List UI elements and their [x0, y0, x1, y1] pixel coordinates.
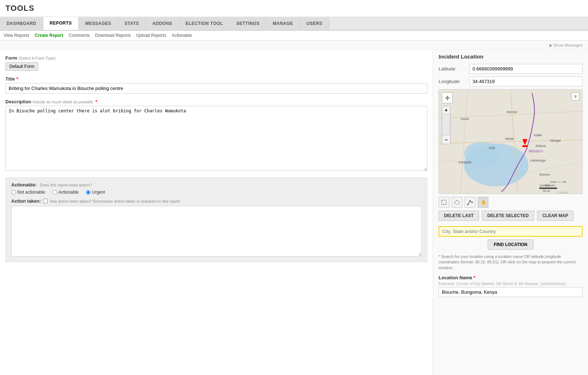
- svg-point-29: [467, 204, 469, 205]
- sub-nav: View Reports Create Report Comments Down…: [0, 31, 588, 40]
- radio-not-actionable[interactable]: [11, 190, 16, 195]
- show-messages-link[interactable]: ▶ Show Messages: [549, 43, 583, 48]
- actionable-radio-group: Not actionable Actionable Urgent: [11, 190, 422, 195]
- map-svg: Western Kampala Mbale Kitale Jinja Eldor…: [439, 90, 582, 194]
- page-title: TOOLS: [5, 4, 583, 13]
- svg-text:Kisumu: Kisumu: [539, 173, 550, 176]
- svg-text:100 km: 100 km: [539, 184, 549, 187]
- form-select-button[interactable]: Default Form: [5, 62, 38, 71]
- svg-text:Central: Central: [557, 191, 568, 194]
- find-location-button[interactable]: FIND LOCATION: [488, 240, 533, 250]
- radio-not-actionable-label[interactable]: Not actionable: [11, 190, 45, 195]
- latitude-row: Latitude:: [439, 64, 583, 74]
- map-tool-hand[interactable]: ✋: [478, 197, 488, 208]
- map-container[interactable]: Western Kampala Mbale Kitale Jinja Eldor…: [439, 89, 583, 194]
- longitude-row: Longitude:: [439, 77, 583, 86]
- svg-text:Marigat: Marigat: [550, 139, 561, 142]
- map-tools-row: ✋: [439, 197, 583, 208]
- location-name-input[interactable]: [439, 287, 583, 297]
- map-layers-button[interactable]: ≡: [571, 92, 579, 100]
- map-tool-polygon[interactable]: [452, 197, 462, 208]
- svg-rect-22: [539, 188, 557, 189]
- description-required: *: [95, 99, 97, 104]
- svg-rect-26: [522, 145, 527, 147]
- longitude-input[interactable]: [469, 77, 583, 86]
- subnav-comments[interactable]: Comments: [69, 33, 90, 38]
- longitude-label: Longitude:: [439, 79, 466, 84]
- show-messages-label: Show Messages: [553, 43, 583, 47]
- nav-reports[interactable]: REPORTS: [43, 17, 79, 30]
- title-input[interactable]: [5, 83, 427, 94]
- nav-dashboard[interactable]: DASHBOARD: [0, 17, 43, 30]
- latitude-input[interactable]: [469, 64, 583, 74]
- svg-text:Western: Western: [528, 149, 543, 153]
- clear-map-button[interactable]: CLEAR MAP: [537, 211, 574, 221]
- svg-point-31: [471, 202, 473, 203]
- svg-point-30: [469, 200, 471, 202]
- left-panel: Form (Select A Form Type) Default Form T…: [0, 50, 433, 375]
- actionable-subtitle: Does this report need action?: [40, 183, 92, 187]
- svg-text:✋: ✋: [481, 199, 486, 205]
- nav-manage[interactable]: MANAGE: [266, 17, 300, 30]
- show-messages-bar: ▶ Show Messages: [0, 40, 588, 50]
- nav-addons[interactable]: ADDONS: [146, 17, 179, 30]
- description-label: Description Include as much detail as po…: [5, 99, 427, 104]
- map-zoom-controls: + −: [442, 106, 450, 144]
- nav-settings[interactable]: SETTINGS: [230, 17, 266, 30]
- radio-urgent-label[interactable]: Urgent: [86, 190, 105, 195]
- delete-selected-button[interactable]: DELETE SELECTED: [482, 211, 534, 221]
- delete-last-button[interactable]: DELETE LAST: [439, 211, 479, 221]
- location-name-required: *: [474, 275, 475, 280]
- radio-actionable[interactable]: [52, 190, 57, 195]
- location-name-label: Location Name *: [439, 275, 583, 280]
- radio-urgent[interactable]: [86, 190, 91, 195]
- svg-text:Kitale: Kitale: [534, 133, 542, 137]
- description-textarea[interactable]: In Bisuche polling center there is alot …: [5, 106, 427, 171]
- actionable-section: Actionable: Does this report need action…: [5, 177, 427, 262]
- map-zoom-in[interactable]: +: [442, 106, 450, 114]
- location-search-input[interactable]: [439, 226, 583, 237]
- svg-rect-27: [442, 200, 446, 204]
- subnav-upload-reports[interactable]: Upload Reports: [136, 33, 166, 38]
- form-type-sublabel: (Select A Form Type): [18, 56, 56, 60]
- nav-users[interactable]: USERS: [300, 17, 329, 30]
- subnav-download-reports[interactable]: Download Reports: [95, 33, 131, 38]
- subnav-create-report[interactable]: Create Report: [35, 33, 63, 38]
- svg-text:Kampala: Kampala: [459, 160, 471, 164]
- location-name-example: Example: Corner of City Market, 5th Stre…: [439, 281, 583, 286]
- show-messages-arrow: ▶: [549, 43, 552, 47]
- action-taken-checkbox[interactable]: [43, 199, 48, 203]
- svg-text:Eldoret: Eldoret: [536, 144, 546, 148]
- title-required: *: [16, 76, 18, 82]
- subnav-actionable[interactable]: Actionable: [172, 33, 192, 38]
- map-nav-control[interactable]: ✛: [442, 92, 453, 103]
- map-tool-select[interactable]: [439, 197, 449, 208]
- action-taken-label: Action taken: Has action been taken? Sum…: [11, 198, 422, 204]
- title-label: Title *: [5, 76, 427, 82]
- svg-text:Mbale: Mbale: [505, 137, 514, 141]
- map-tool-line[interactable]: [465, 197, 475, 208]
- form-type-section: Form (Select A Form Type) Default Form: [5, 55, 427, 71]
- main-nav: DASHBOARD REPORTS MESSAGES STATS ADDONS …: [0, 17, 588, 31]
- main-layout: Form (Select A Form Type) Default Form T…: [0, 50, 588, 375]
- svg-text:Moroto: Moroto: [507, 110, 517, 114]
- action-taken-textarea[interactable]: [11, 206, 422, 257]
- svg-marker-28: [455, 200, 459, 204]
- map-action-row: DELETE LAST DELETE SELECTED CLEAR MAP: [439, 211, 583, 221]
- svg-text:Kakamega: Kakamega: [530, 159, 546, 162]
- form-type-label: Form (Select A Form Type): [5, 55, 427, 61]
- nav-messages[interactable]: MESSAGES: [79, 17, 118, 30]
- svg-text:50 mi: 50 mi: [543, 189, 550, 193]
- page-header: TOOLS: [0, 0, 588, 17]
- right-panel: Incident Location Latitude: Longitude:: [433, 50, 588, 375]
- search-hint: * Search for your location using a locat…: [439, 254, 583, 271]
- latitude-label: Latitude:: [439, 66, 466, 72]
- subnav-view-reports[interactable]: View Reports: [4, 33, 29, 38]
- radio-actionable-label[interactable]: Actionable: [52, 190, 79, 195]
- nav-election-tool[interactable]: ELECTION TOOL: [179, 17, 230, 30]
- description-sublabel: Include as much detail as possible.: [32, 100, 94, 104]
- svg-text:Soroti: Soroti: [461, 117, 469, 121]
- nav-stats[interactable]: STATS: [118, 17, 146, 30]
- map-zoom-out[interactable]: −: [442, 136, 450, 144]
- action-taken-sublabel: Has action been taken? Summarise action …: [50, 199, 180, 203]
